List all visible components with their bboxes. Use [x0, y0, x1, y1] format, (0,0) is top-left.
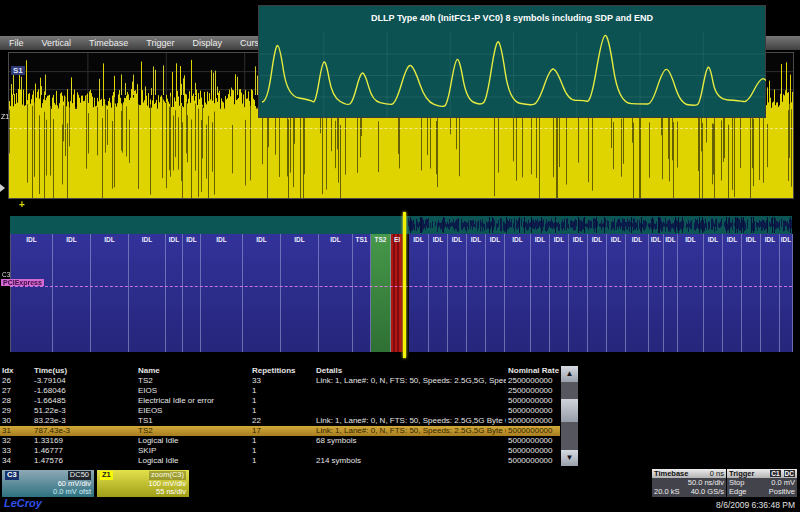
- decode-cell-idl: IDL: [201, 234, 243, 352]
- table-scrollbar[interactable]: ▲ ▼: [561, 366, 578, 466]
- table-row[interactable]: 26-3.79104TS233Link: 1, Lane#: 0, N, FTS…: [0, 376, 560, 386]
- trigger-time-icon: +: [19, 199, 25, 210]
- cell-details: [314, 396, 506, 406]
- table-row[interactable]: 31787.43e-3TS217Link: 1, Lane#: 0, N, FT…: [0, 426, 560, 436]
- z1-badge: Z1: [100, 471, 113, 480]
- decode-cell-label: IDL: [761, 234, 779, 243]
- cell-time: 83.23e-3: [32, 416, 136, 426]
- timebase-samples: 20.0 kS: [654, 487, 679, 496]
- zoom-z1-descriptor[interactable]: Z1 zoom(C3) 100 mV/div 55 ns/div: [97, 470, 189, 497]
- decode-cell-label: IDL: [780, 234, 792, 243]
- scroll-down-icon[interactable]: ▼: [561, 450, 578, 466]
- cell-idx: 30: [0, 416, 32, 426]
- cell-details: 214 symbols: [314, 456, 506, 466]
- decode-cell-label: TS1: [353, 234, 370, 243]
- cell-idx: 34: [0, 456, 32, 466]
- cell-rate: 5000000000: [506, 416, 560, 426]
- lecroy-logo: LeCroy: [4, 497, 42, 509]
- decode-source-label: PCIExpress: [1, 279, 44, 286]
- decode-channel-marker: C3: [2, 271, 10, 278]
- decode-cell-label: IDL: [429, 234, 447, 243]
- trigger-level-icon: [0, 184, 5, 192]
- decode-cell-idl: IDL: [91, 234, 129, 352]
- cell-name: Logical Idle: [136, 456, 250, 466]
- cell-rep: 1: [250, 406, 314, 416]
- table-row[interactable]: 2951.22e-3EIEOS15000000000: [0, 406, 560, 416]
- decode-cell-idl: IDL: [467, 234, 486, 352]
- cell-time: -1.66485: [32, 396, 136, 406]
- decode-cell-label: IDL: [626, 234, 648, 243]
- decode-cell-ts1: TS1: [353, 234, 371, 352]
- trigger-source-badge: C1: [770, 470, 780, 477]
- col-header-details: Details: [314, 365, 506, 376]
- cell-idx: 29: [0, 406, 32, 416]
- cell-time: 787.43e-3: [32, 426, 136, 436]
- menu-timebase[interactable]: Timebase: [80, 38, 137, 48]
- table-row[interactable]: 321.33169Logical Idle168 symbols50000000…: [0, 436, 560, 446]
- decode-cell-label: IDL: [91, 234, 128, 243]
- decode-cell-label: IDL: [281, 234, 318, 243]
- decode-cell-idl: IDL: [486, 234, 505, 352]
- decode-cell-label: IDL: [448, 234, 466, 243]
- scrollbar-thumb[interactable]: [561, 399, 578, 422]
- decode-cell-label: IDL: [531, 234, 549, 243]
- decode-cell-label: IDL: [550, 234, 568, 243]
- protocol-table: IdxTime(us)NameRepetitionsDetailsNominal…: [0, 365, 560, 466]
- inset-waveform: [260, 32, 766, 118]
- cell-rate: 5000000000: [506, 436, 560, 446]
- decode-cell-idl: IDL: [531, 234, 550, 352]
- decode-cell-label: IDL: [664, 234, 677, 243]
- table-row[interactable]: 331.46777SKIP15000000000: [0, 446, 560, 456]
- table-row[interactable]: 28-1.66485Electrical Idle or error150000…: [0, 396, 560, 406]
- timebase-box[interactable]: Timebase 0 ns 50.0 ns/div 20.0 kS 40.0 G…: [652, 469, 726, 497]
- zoom-region-line: [9, 128, 793, 129]
- decode-cell-idl: IDL: [626, 234, 649, 352]
- cell-time: 51.22e-3: [32, 406, 136, 416]
- timebase-per-div: 50.0 ns/div: [688, 478, 724, 487]
- cell-details: [314, 386, 506, 396]
- cell-rep: 1: [250, 446, 314, 456]
- decode-cell-label: IDL: [569, 234, 587, 243]
- decode-cell-label: IDL: [201, 234, 242, 243]
- menu-display[interactable]: Display: [183, 38, 231, 48]
- table-row[interactable]: 27-1.68046EIOS12500000000: [0, 386, 560, 396]
- trigger-coupling-badge: DC: [784, 470, 795, 477]
- decode-cell-label: IDL: [486, 234, 504, 243]
- decode-panel: IDLIDLIDLIDLIDLIDLIDLIDLIDLIDLTS1TS2EIID…: [0, 210, 800, 362]
- cell-name: TS2: [136, 376, 250, 386]
- menu-vertical[interactable]: Vertical: [33, 38, 81, 48]
- cell-name: TS1: [136, 416, 250, 426]
- trigger-slope: Positive: [769, 487, 795, 496]
- decode-cell-idl: IDL: [409, 234, 429, 352]
- trigger-box[interactable]: Trigger C1 DC Stop 0.0 mV Edge Positive: [727, 469, 797, 497]
- col-header-idx: Idx: [0, 365, 32, 376]
- decode-symbol-row: IDLIDLIDLIDLIDLIDLIDLIDLIDLIDLTS1TS2EIID…: [10, 234, 793, 352]
- decode-cell-label: IDL: [588, 234, 606, 243]
- decode-cell-label: IDL: [723, 234, 741, 243]
- channel-c3-descriptor[interactable]: C3 DC50 60 mV/div 0.0 mV ofst: [2, 470, 94, 497]
- cell-idx: 32: [0, 436, 32, 446]
- decode-cell-label: IDL: [649, 234, 663, 243]
- cell-name: EIEOS: [136, 406, 250, 416]
- cell-rep: 22: [250, 416, 314, 426]
- decode-cell-idl: IDL: [649, 234, 664, 352]
- decode-cell-idl: IDL: [550, 234, 569, 352]
- cell-rep: 1: [250, 436, 314, 446]
- menu-trigger[interactable]: Trigger: [137, 38, 183, 48]
- cell-rate: 5000000000: [506, 446, 560, 456]
- menu-file[interactable]: File: [0, 38, 33, 48]
- cell-rate: 2500000000: [506, 376, 560, 386]
- cell-details: Link: 1, Lane#: 0, N, FTS: 50, Speeds: 2…: [314, 376, 506, 386]
- decode-cell-label: TS2: [371, 234, 390, 243]
- cell-rate: 5000000000: [506, 426, 560, 436]
- cell-time: 1.33169: [32, 436, 136, 446]
- table-row[interactable]: 3083.23e-3TS122Link: 1, Lane#: 0, N, FTS…: [0, 416, 560, 426]
- scroll-up-icon[interactable]: ▲: [561, 366, 578, 382]
- decode-cell-idl: IDL: [281, 234, 319, 352]
- decode-cell-idl: IDL: [53, 234, 91, 352]
- oscilloscope-screen: FileVerticalTimebaseTriggerDisplayCursor…: [0, 0, 800, 512]
- cell-details: Link: 1, Lane#: 0, N, FTS: 50, Speeds: 2…: [314, 426, 506, 436]
- table-header-row: IdxTime(us)NameRepetitionsDetailsNominal…: [0, 365, 560, 376]
- decode-cell-label: IDL: [505, 234, 530, 243]
- table-row[interactable]: 341.47576Logical Idle1214 symbols5000000…: [0, 456, 560, 466]
